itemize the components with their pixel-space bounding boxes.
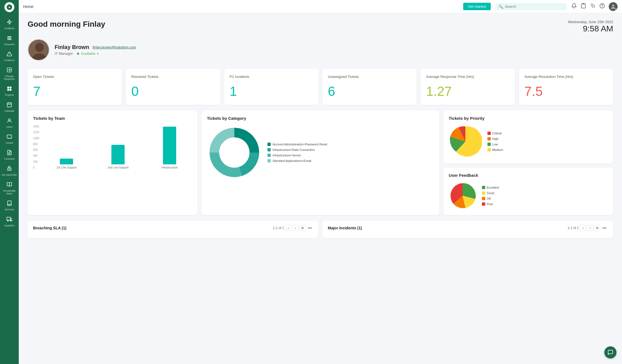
priority-label-critical: Critical xyxy=(492,132,502,135)
stat-label-avg-response-time: Average Response Time (Hrs) xyxy=(426,75,509,79)
svg-rect-0 xyxy=(7,36,12,37)
priority-label-high: High xyxy=(492,137,499,140)
legend-dot-2 xyxy=(267,148,271,151)
priority-legend-low: Low xyxy=(487,143,503,146)
profile-info: Finlay Brown finlay.brown@haloitsm.com I… xyxy=(55,44,136,56)
contracts-icon xyxy=(7,150,12,157)
help-icon[interactable] xyxy=(599,3,605,10)
breaching-sla-more-button[interactable]: ••• xyxy=(307,226,313,230)
major-incidents-more-button[interactable]: ••• xyxy=(601,226,608,230)
legend-dot-4 xyxy=(267,159,271,162)
sidebar-item-calendar[interactable]: Calendar xyxy=(0,99,19,115)
stat-value-unassigned-tickets: 6 xyxy=(328,84,411,99)
sidebar-item-users-label: Users xyxy=(6,126,13,128)
sidebar-item-projects-label: Projects xyxy=(5,94,14,96)
status-chevron-icon: ▼ xyxy=(96,52,99,55)
tickets-by-team-title: Tickets by Team xyxy=(33,116,192,121)
svg-rect-1 xyxy=(7,38,12,39)
tickets-by-priority-card: Tickets by Priority xyxy=(443,110,613,164)
sidebar-item-incidents[interactable]: Incidents xyxy=(0,17,19,32)
feedback-pie-container: Excellent Good OK xyxy=(449,182,608,210)
search-bar[interactable]: 🔍 xyxy=(495,3,567,10)
datetime-time: 9:58 AM xyxy=(568,24,613,33)
sidebar-item-contracts-label: Contracts xyxy=(4,157,15,160)
bar-label-2nd-line: 2nd Line Support xyxy=(108,166,128,169)
breaching-sla-next-button[interactable]: › xyxy=(292,225,298,231)
greeting-title: Good morning Finlay xyxy=(28,20,105,29)
svg-point-19 xyxy=(612,4,614,7)
change-requests-icon xyxy=(7,67,12,74)
main-container: Home Get started 🔍 xyxy=(19,0,622,364)
feedback-dot-ok xyxy=(482,197,485,200)
sidebar-item-requests-label: Requests xyxy=(4,43,15,46)
svg-point-17 xyxy=(591,7,591,8)
charts-row: Tickets by Team 0 200 400 600 800 1000 1… xyxy=(28,110,613,215)
home-link[interactable]: Home xyxy=(23,4,33,9)
sidebar-item-suppliers[interactable]: Suppliers xyxy=(0,214,19,230)
sidebar-item-problems[interactable]: Problems xyxy=(0,48,19,64)
avatar-status-dot xyxy=(615,9,618,11)
y-axis-labels: 0 200 400 600 800 1000 1200 1400 xyxy=(33,125,39,169)
stat-card-avg-resolution-time[interactable]: Average Resolution Time (Hrs) 7.5 xyxy=(519,69,613,105)
feedback-dot-poor xyxy=(482,202,485,206)
my-approvals-icon xyxy=(7,166,12,173)
svg-point-21 xyxy=(35,43,44,52)
role-label: IT Manager xyxy=(55,51,73,56)
stat-value-avg-resolution-time: 7.5 xyxy=(524,84,608,99)
calendar-icon xyxy=(7,102,12,109)
major-incidents-prev-button[interactable]: ‹ xyxy=(580,225,586,231)
sidebar-item-projects[interactable]: Projects xyxy=(0,83,19,99)
stat-card-unassigned-tickets[interactable]: Unassigned Tickets 6 xyxy=(322,69,417,105)
feedback-legend-ok: OK xyxy=(482,197,499,200)
priority-legend-critical: Critical xyxy=(487,132,503,135)
stat-card-resolved-tickets[interactable]: Resolved Tickets 0 xyxy=(126,69,220,105)
profile-email[interactable]: finlay.brown@haloitsm.com xyxy=(93,45,136,49)
sidebar-item-knowledge-base-label: Knowledge Base xyxy=(1,189,18,195)
user-feedback-card: User Feedback xyxy=(443,167,613,215)
user-avatar[interactable] xyxy=(609,2,618,11)
clipboard-icon[interactable] xyxy=(581,3,586,10)
sidebar-item-services-label: Services xyxy=(5,208,14,211)
major-incidents-pagination: 1-1 of 1 ‹ › ↻ ••• xyxy=(568,225,608,231)
svg-rect-9 xyxy=(10,89,12,91)
users-icon xyxy=(7,118,12,125)
feed-icon[interactable] xyxy=(590,3,596,10)
sidebar-item-calendar-label: Calendar xyxy=(4,110,15,112)
sidebar-item-change-requests-label: Change Requests xyxy=(1,75,18,80)
topbar: Home Get started 🔍 xyxy=(19,0,622,13)
sidebar-item-knowledge-base[interactable]: Knowledge Base xyxy=(0,179,19,198)
sidebar-item-services[interactable]: Services xyxy=(0,198,19,214)
search-input[interactable] xyxy=(505,4,564,9)
major-incidents-next-button[interactable]: › xyxy=(587,225,593,231)
notification-bell-icon[interactable] xyxy=(571,3,577,10)
get-started-button[interactable]: Get started xyxy=(463,3,491,10)
feedback-legend-poor: Poor xyxy=(482,202,499,206)
sidebar-item-assets[interactable]: Assets xyxy=(0,131,19,147)
sidebar-item-incidents-label: Incidents xyxy=(4,27,14,30)
category-legend: Account Administration>Password Reset In… xyxy=(267,143,327,162)
sidebar-item-contracts[interactable]: Contracts xyxy=(0,147,19,163)
services-icon xyxy=(7,200,12,207)
chat-bubble-button[interactable] xyxy=(604,346,616,358)
sidebar-item-requests[interactable]: Requests xyxy=(0,32,19,48)
breaching-sla-prev-button[interactable]: ‹ xyxy=(285,225,291,231)
sidebar-logo[interactable]: ● xyxy=(4,2,14,12)
stat-card-p1-incidents[interactable]: P1 Incidents 1 xyxy=(224,69,318,105)
feedback-legend-good: Good xyxy=(482,191,499,195)
stat-card-open-tickets[interactable]: Open Tickets 7 xyxy=(28,69,122,105)
stat-value-resolved-tickets: 0 xyxy=(131,84,215,99)
sidebar-item-users[interactable]: Users xyxy=(0,115,19,131)
major-incidents-refresh-button[interactable]: ↻ xyxy=(594,225,600,231)
sidebar-item-my-approvals[interactable]: My Approvals xyxy=(0,163,19,179)
status-label[interactable]: Available xyxy=(81,51,96,56)
stat-card-avg-response-time[interactable]: Average Response Time (Hrs) 1.27 xyxy=(420,69,515,105)
sidebar-item-change-requests[interactable]: Change Requests xyxy=(0,64,19,83)
topbar-icons xyxy=(571,2,618,11)
breaching-sla-refresh-button[interactable]: ↻ xyxy=(299,225,305,231)
svg-point-11 xyxy=(9,119,10,121)
feedback-legend: Excellent Good OK xyxy=(482,186,499,206)
bar-infrastructure xyxy=(163,127,176,164)
stat-label-open-tickets: Open Tickets xyxy=(33,75,116,79)
priority-label-medium: Medium xyxy=(492,148,503,151)
tickets-by-category-title: Tickets by Category xyxy=(207,116,434,121)
